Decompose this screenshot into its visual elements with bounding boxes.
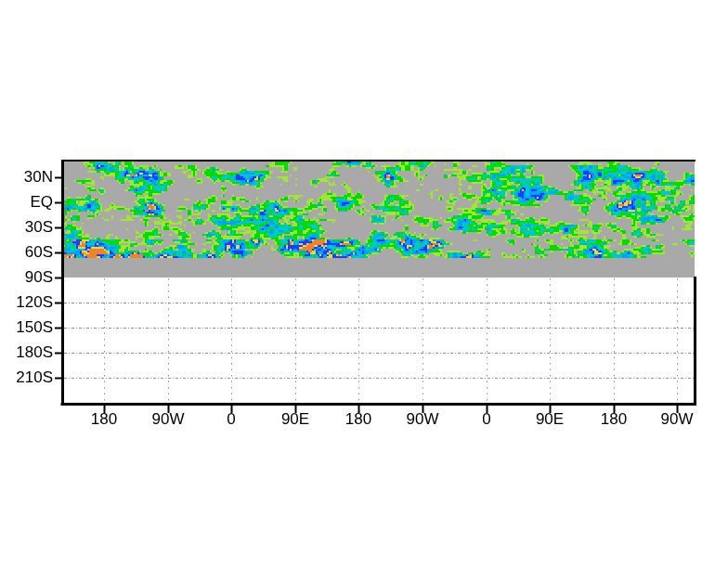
y-axis-label: 90S [0, 269, 53, 286]
y-axis-label: 30S [0, 219, 53, 236]
x-axis-label: 90E [263, 411, 328, 428]
x-axis-label: 90W [644, 411, 709, 428]
axes-frame [0, 0, 728, 568]
chart-figure: 30NEQ30S60S90S120S150S180S210S 18090W090… [0, 0, 728, 568]
y-axis-label: 30N [0, 169, 53, 186]
y-axis-label: 120S [0, 294, 53, 311]
x-axis-label: 90W [136, 411, 201, 428]
x-axis-label: 180 [72, 411, 136, 428]
y-axis-label: 210S [0, 369, 53, 386]
x-axis-label: 0 [454, 411, 519, 428]
y-axis-label: 180S [0, 344, 53, 361]
shaded-data-band [63, 160, 695, 278]
x-axis-label: 0 [199, 411, 264, 428]
y-axis-label: 150S [0, 319, 53, 336]
y-axis-label: EQ [0, 194, 53, 211]
x-axis-label: 90W [390, 411, 455, 428]
x-axis-label: 90E [517, 411, 582, 428]
x-axis-label: 180 [581, 411, 646, 428]
y-axis-label: 60S [0, 244, 53, 261]
x-axis-label: 180 [326, 411, 391, 428]
